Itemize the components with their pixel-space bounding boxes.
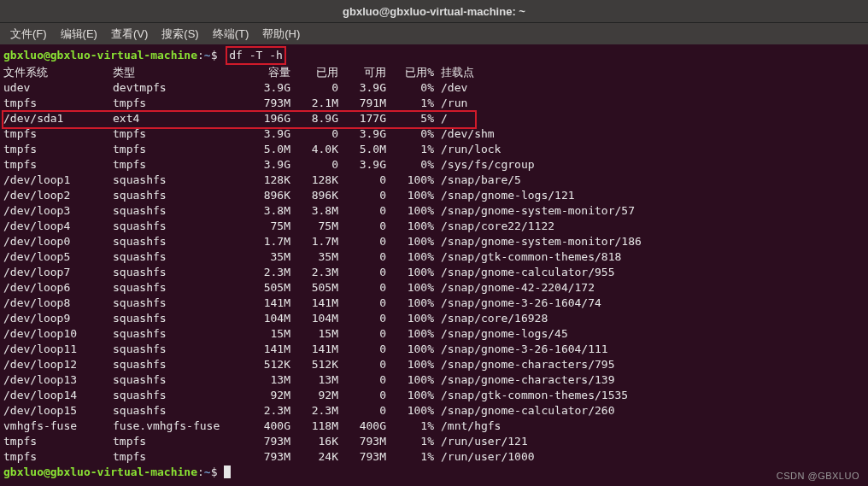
cell-size: 128K (249, 173, 290, 188)
cell-fs: tmpfs (3, 96, 113, 111)
cell-size: 3.9G (249, 80, 290, 96)
cell-fs: /dev/sda1 (3, 111, 113, 126)
cell-used: 0 (290, 157, 338, 173)
cell-mount: /run/lock (434, 142, 642, 157)
cell-mount: /snap/gnome-3-26-1604/111 (434, 342, 642, 357)
menu-edit[interactable]: 编辑(E) (56, 25, 103, 44)
cell-type: squashfs (113, 234, 249, 249)
table-row: udevdevtmpfs3.9G03.9G0%/dev (3, 80, 642, 96)
cell-mount: /snap/gnome-logs/45 (434, 326, 642, 342)
cell-fs: tmpfs (3, 434, 113, 449)
df-output: 文件系统 类型 容量 已用 可用 已用% 挂载点 udevdevtmpfs3.9… (3, 65, 865, 465)
cell-used: 0 (290, 126, 338, 142)
cell-used: 75M (290, 219, 338, 234)
cell-mount: /run (434, 96, 642, 111)
cell-type: squashfs (113, 342, 249, 357)
cell-avail: 0 (338, 403, 386, 419)
cell-used: 141M (290, 296, 338, 311)
cell-type: tmpfs (113, 96, 249, 111)
cell-used: 13M (290, 372, 338, 388)
cell-avail: 0 (338, 173, 386, 188)
cell-size: 3.9G (249, 126, 290, 142)
cell-fs: vmhgfs-fuse (3, 419, 113, 434)
menu-view[interactable]: 查看(V) (106, 25, 153, 44)
table-row: tmpfstmpfs5.0M4.0K5.0M1%/run/lock (3, 142, 642, 157)
table-row: /dev/loop6squashfs505M505M0100%/snap/gno… (3, 280, 642, 296)
table-row: tmpfstmpfs793M2.1M791M1%/run (3, 96, 642, 111)
table-row: /dev/loop0squashfs1.7M1.7M0100%/snap/gno… (3, 234, 642, 249)
table-row: /dev/loop8squashfs141M141M0100%/snap/gno… (3, 296, 642, 311)
table-row: /dev/loop5squashfs35M35M0100%/snap/gtk-c… (3, 249, 642, 265)
cell-size: 141M (249, 342, 290, 357)
cell-fs: tmpfs (3, 157, 113, 173)
table-row: /dev/loop9squashfs104M104M0100%/snap/cor… (3, 311, 642, 326)
cell-used: 3.8M (290, 203, 338, 219)
cell-avail: 0 (338, 342, 386, 357)
cell-used: 15M (290, 326, 338, 342)
cell-used: 35M (290, 249, 338, 265)
cell-avail: 0 (338, 265, 386, 280)
cell-usep: 1% (386, 419, 434, 434)
menu-help[interactable]: 帮助(H) (257, 25, 305, 44)
cell-usep: 100% (386, 357, 434, 372)
table-row: /dev/loop12squashfs512K512K0100%/snap/gn… (3, 357, 642, 372)
cell-avail: 3.9G (338, 126, 386, 142)
cell-size: 2.3M (249, 265, 290, 280)
cell-avail: 793M (338, 449, 386, 465)
cell-used: 2.1M (290, 96, 338, 111)
cell-fs: /dev/loop6 (3, 280, 113, 296)
cell-type: ext4 (113, 111, 249, 126)
cell-size: 5.0M (249, 142, 290, 157)
terminal-area[interactable]: gbxluo@gbxluo-virtual-machine:~$ df -T -… (0, 44, 868, 486)
cell-mount: /snap/gnome-system-monitor/186 (434, 234, 642, 249)
table-row: /dev/loop1squashfs128K128K0100%/snap/bar… (3, 173, 642, 188)
df-table: 文件系统 类型 容量 已用 可用 已用% 挂载点 udevdevtmpfs3.9… (3, 65, 642, 465)
cell-usep: 100% (386, 403, 434, 419)
cell-usep: 1% (386, 449, 434, 465)
cell-size: 92M (249, 388, 290, 403)
table-header-row: 文件系统 类型 容量 已用 可用 已用% 挂载点 (3, 65, 642, 80)
table-row: /dev/loop10squashfs15M15M0100%/snap/gnom… (3, 326, 642, 342)
cell-fs: /dev/loop4 (3, 219, 113, 234)
cell-avail: 0 (338, 326, 386, 342)
cell-type: squashfs (113, 357, 249, 372)
cell-size: 3.9G (249, 157, 290, 173)
cell-avail: 791M (338, 96, 386, 111)
cell-avail: 177G (338, 111, 386, 126)
cell-fs: /dev/loop10 (3, 326, 113, 342)
cell-avail: 0 (338, 296, 386, 311)
cell-avail: 0 (338, 234, 386, 249)
cell-used: 512K (290, 357, 338, 372)
cell-usep: 100% (386, 326, 434, 342)
cell-usep: 0% (386, 126, 434, 142)
hdr-mount: 挂载点 (434, 65, 642, 80)
cell-type: fuse.vmhgfs-fuse (113, 419, 249, 434)
table-row: /dev/loop14squashfs92M92M0100%/snap/gtk-… (3, 388, 642, 403)
cell-usep: 100% (386, 249, 434, 265)
cell-mount: /sys/fs/cgroup (434, 157, 642, 173)
cell-fs: /dev/loop7 (3, 265, 113, 280)
cell-usep: 100% (386, 296, 434, 311)
menu-search[interactable]: 搜索(S) (156, 25, 203, 44)
cell-usep: 0% (386, 80, 434, 96)
cell-used: 92M (290, 388, 338, 403)
cell-used: 104M (290, 311, 338, 326)
cell-used: 1.7M (290, 234, 338, 249)
cell-used: 2.3M (290, 265, 338, 280)
cell-type: squashfs (113, 173, 249, 188)
cell-size: 793M (249, 434, 290, 449)
window-titlebar: gbxluo@gbxluo-virtual-machine: ~ (0, 0, 868, 23)
cell-type: squashfs (113, 388, 249, 403)
menu-terminal[interactable]: 终端(T) (208, 25, 255, 44)
cell-size: 3.8M (249, 203, 290, 219)
cell-usep: 100% (386, 388, 434, 403)
table-row: tmpfstmpfs793M24K793M1%/run/user/1000 (3, 449, 642, 465)
cell-usep: 100% (386, 188, 434, 203)
cell-type: squashfs (113, 372, 249, 388)
cell-size: 505M (249, 280, 290, 296)
cell-type: tmpfs (113, 142, 249, 157)
menu-file[interactable]: 文件(F) (5, 25, 52, 44)
cell-used: 24K (290, 449, 338, 465)
cell-mount: /snap/gnome-calculator/955 (434, 265, 642, 280)
cell-used: 128K (290, 173, 338, 188)
